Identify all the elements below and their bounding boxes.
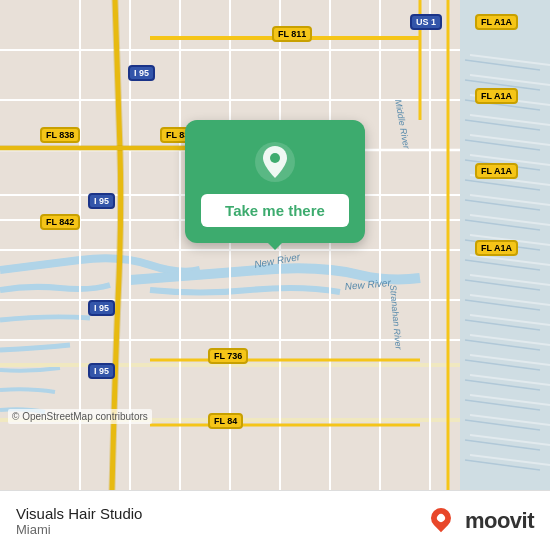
highway-badge-fla1a-1: FL A1A [475, 14, 518, 30]
highway-badge-i95-4: I 95 [88, 363, 115, 379]
svg-point-32 [270, 153, 280, 163]
take-me-there-button[interactable]: Take me there [201, 194, 349, 227]
location-city: Miami [16, 522, 142, 537]
location-info: Visuals Hair Studio Miami [16, 505, 142, 537]
highway-badge-fl84: FL 84 [208, 413, 243, 429]
location-name: Visuals Hair Studio [16, 505, 142, 522]
highway-badge-fla1a-3: FL A1A [475, 163, 518, 179]
moovit-text: moovit [465, 508, 534, 534]
highway-badge-i95-3: I 95 [88, 300, 115, 316]
moovit-logo: moovit [431, 506, 534, 536]
highway-badge-i95-2: I 95 [88, 193, 115, 209]
highway-badge-fl811: FL 811 [272, 26, 312, 42]
highway-badge-fl842: FL 842 [40, 214, 80, 230]
popup-card: Take me there [185, 120, 365, 243]
map-container: New River New River Stranahan River Midd… [0, 0, 550, 490]
highway-badge-i95-1: I 95 [128, 65, 155, 81]
highway-badge-fla1a-4: FL A1A [475, 240, 518, 256]
map-attribution: © OpenStreetMap contributors [8, 409, 152, 424]
location-pin-icon [253, 140, 297, 184]
highway-badge-fl838-1: FL 838 [40, 127, 80, 143]
bottom-bar: Visuals Hair Studio Miami moovit [0, 490, 550, 550]
highway-badge-us1: US 1 [410, 14, 442, 30]
highway-badge-fl736: FL 736 [208, 348, 248, 364]
highway-badge-fla1a-2: FL A1A [475, 88, 518, 104]
